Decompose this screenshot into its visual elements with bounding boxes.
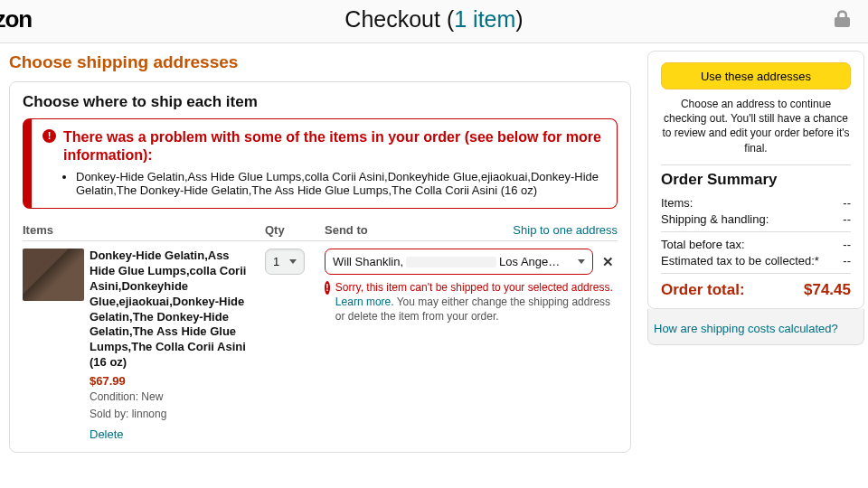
order-problem-alert: ! There was a problem with some of the i… <box>23 118 618 209</box>
shipping-items-panel: Choose where to ship each item ! There w… <box>9 81 631 453</box>
use-addresses-button[interactable]: Use these addresses <box>661 62 851 89</box>
ship-to-one-link[interactable]: Ship to one address <box>513 223 618 237</box>
chevron-down-icon <box>578 259 585 264</box>
summary-hint: Choose an address to continue checking o… <box>661 97 851 155</box>
sum-ship-label: Shipping & handling: <box>661 212 769 226</box>
divider <box>661 164 851 165</box>
lock-icon <box>835 10 850 30</box>
item-condition: Condition: New <box>90 389 258 405</box>
col-items-label: Items <box>23 223 265 237</box>
item-sold-by: Sold by: linnong <box>90 407 258 422</box>
item-name: Donkey-Hide Gelatin,Ass Hide Glue Lumps,… <box>90 249 258 371</box>
columns-header: Items Qty Send to Ship to one address <box>23 218 618 241</box>
page-title: Checkout (1 item) <box>344 6 523 33</box>
order-summary-panel: Use these addresses Choose an address to… <box>647 51 864 309</box>
order-total-label: Order total: <box>661 281 745 299</box>
shipping-error: ! Sorry, this item can't be shipped to y… <box>325 280 618 324</box>
brand-logo: azon <box>0 5 32 33</box>
checkout-label: Checkout <box>344 6 440 32</box>
order-summary-title: Order Summary <box>661 171 851 189</box>
sum-items-label: Items: <box>661 196 693 210</box>
delete-item-link[interactable]: Delete <box>90 427 124 441</box>
ship-error-lead: Sorry, this item can't be shipped to you… <box>335 281 613 294</box>
divider <box>661 273 851 274</box>
alert-icon: ! <box>42 128 56 197</box>
remove-address-button[interactable]: ✕ <box>599 254 618 270</box>
sum-beforetax-label: Total before tax: <box>661 238 745 251</box>
chevron-down-icon <box>289 259 297 264</box>
item-price: $67.99 <box>90 374 258 388</box>
address-select[interactable]: Will Shanklin, Los Ange… <box>325 249 593 275</box>
item-thumbnail <box>23 249 84 301</box>
order-total-value: $74.45 <box>804 281 851 299</box>
cart-item-row: Donkey-Hide Gelatin,Ass Hide Glue Lumps,… <box>23 241 618 441</box>
qty-select[interactable]: 1 <box>265 249 305 275</box>
sum-ship-val: -- <box>843 212 851 226</box>
section-heading: Choose shipping addresses <box>9 52 631 72</box>
divider <box>661 231 851 232</box>
address-redacted <box>406 257 496 267</box>
header-bar: azon Checkout (1 item) <box>0 0 868 43</box>
qty-value: 1 <box>273 255 279 268</box>
sum-tax-label: Estimated tax to be collected:* <box>661 254 819 267</box>
col-qty-label: Qty <box>265 223 325 237</box>
alert-item: Donkey-Hide Gelatin,Ass Hide Glue Lumps,… <box>76 170 602 197</box>
address-city: Los Ange… <box>499 255 560 268</box>
address-name: Will Shanklin, <box>333 255 403 268</box>
item-count[interactable]: 1 item <box>454 6 515 32</box>
panel-heading: Choose where to ship each item <box>23 93 618 111</box>
sum-items-val: -- <box>843 196 851 210</box>
col-sendto-label: Send to <box>325 223 368 237</box>
learn-more-link[interactable]: Learn more. <box>335 296 394 308</box>
alert-icon: ! <box>325 281 330 295</box>
summary-footer: How are shipping costs calculated? <box>647 309 864 345</box>
alert-heading: There was a problem with some of the ite… <box>63 128 602 164</box>
shipping-costs-link[interactable]: How are shipping costs calculated? <box>652 318 860 339</box>
sum-beforetax-val: -- <box>843 238 851 251</box>
sum-tax-val: -- <box>843 254 851 267</box>
